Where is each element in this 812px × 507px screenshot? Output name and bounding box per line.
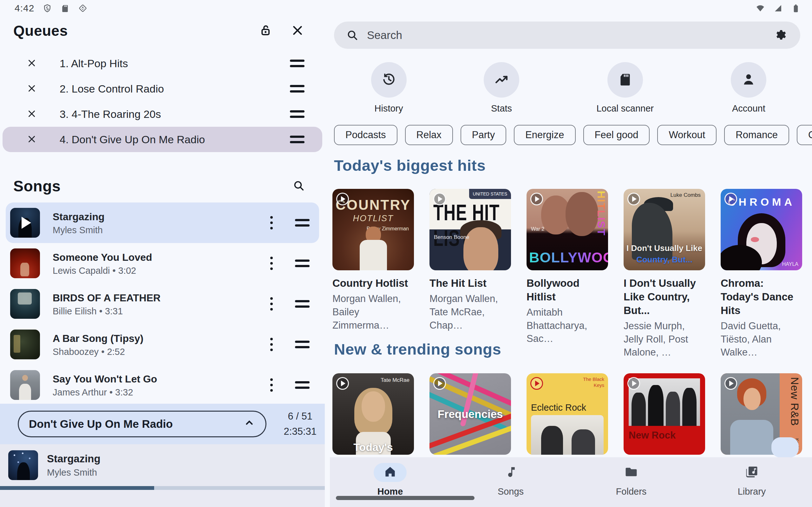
chip-workout[interactable]: Workout <box>657 125 716 145</box>
remove-queue-icon[interactable] <box>26 133 38 146</box>
settings-button[interactable] <box>773 27 788 43</box>
play-badge-icon <box>336 193 349 205</box>
playlist-card-i-dont-usually-like-country[interactable]: Luke Combs I Don't Usually Like Country,… <box>623 189 705 359</box>
bottom-navigation: Home Songs Folders Library <box>330 457 812 507</box>
queue-label: 3. 4-The Roaring 20s <box>60 108 290 120</box>
search-songs-button[interactable] <box>292 179 306 193</box>
nav-item-library[interactable]: Library <box>692 457 812 497</box>
nav-item-folders[interactable]: Folders <box>571 457 692 497</box>
drag-handle-icon[interactable] <box>290 85 305 93</box>
playlist-card-frequencies[interactable]: Frequencies <box>429 373 511 455</box>
mini-player[interactable]: Stargazing Myles Smith <box>0 444 325 486</box>
drag-handle-icon[interactable] <box>290 135 305 143</box>
drag-handle-icon[interactable] <box>295 300 310 308</box>
drag-handle-icon[interactable] <box>295 341 310 348</box>
chip-relax[interactable]: Relax <box>405 125 453 145</box>
playlist-card-country-hotlist[interactable]: COUNTRY HOTLIST Bailey Zimmerman Country… <box>333 189 414 359</box>
drag-handle-icon[interactable] <box>290 60 305 67</box>
chip-party[interactable]: Party <box>461 125 506 145</box>
nav-item-home[interactable]: Home <box>330 457 450 497</box>
drag-handle-icon[interactable] <box>295 381 310 389</box>
playlist-cover: Tate McRae Today's <box>333 373 414 455</box>
playlist-card-chroma-dance-hits[interactable]: CHROMA HAYLA Chroma: Today's Dance Hits … <box>721 189 802 359</box>
section-title-trending: New & trending songs <box>334 340 501 358</box>
drag-handle-icon[interactable] <box>290 110 305 118</box>
queue-label: 2. Lose Control Radio <box>60 83 290 95</box>
playback-progress-bar[interactable] <box>0 486 325 490</box>
card-artists: Morgan Wallen, Bailey Zimmerma… <box>333 292 414 332</box>
playlist-card-the-hit-list[interactable]: THE HIT LIST UNITED STATES Benson Boone … <box>429 189 511 359</box>
playlist-card-bollywood-hitlist[interactable]: War 2 BOLLYWOOD HITLIST Bollywood Hitlis… <box>526 189 608 359</box>
card-artists: David Guetta, Tiësto, Alan Walke… <box>721 320 802 359</box>
now-playing-title: Stargazing <box>47 453 251 465</box>
queue-row[interactable]: 3. 4-The Roaring 20s <box>3 101 322 127</box>
close-queues-button[interactable] <box>291 24 305 38</box>
song-row[interactable]: Someone You Loved Lewis Capaldi • 3:02 <box>6 243 319 284</box>
remove-queue-icon[interactable] <box>26 57 38 70</box>
album-art <box>10 330 40 359</box>
play-badge-icon <box>433 193 446 205</box>
song-menu-icon[interactable] <box>264 294 278 314</box>
chip-romance[interactable]: Romance <box>724 125 789 145</box>
shortcut-history[interactable]: History <box>371 62 407 114</box>
cover-tag: War 2 <box>531 226 544 232</box>
song-row[interactable]: Say You Won't Let Go James Arthur • 3:32 <box>6 365 319 405</box>
skip-next-button[interactable] <box>294 454 316 476</box>
shortcut-account[interactable]: Account <box>731 62 766 114</box>
song-row[interactable]: BIRDS OF A FEATHER Billie Eilish • 3:31 <box>6 284 319 324</box>
song-row-playing[interactable]: Stargazing Myles Smith <box>6 203 319 243</box>
card-artists: Amitabh Bhattacharya, Sac… <box>526 306 608 346</box>
nav-item-songs[interactable]: Songs <box>450 457 571 497</box>
queue-row[interactable]: 1. Alt-Pop Hits <box>3 51 322 76</box>
mood-chip-row: Podcasts Relax Party Energize Feel good … <box>334 125 812 145</box>
cover-text: Frequencies <box>429 408 511 420</box>
lock-queue-button[interactable] <box>259 24 273 38</box>
search-placeholder: Search <box>367 29 773 42</box>
cover-text: HOTLIST <box>333 214 414 223</box>
play-badge-icon <box>433 377 446 390</box>
song-row[interactable]: A Bar Song (Tipsy) Shaboozey • 2:52 <box>6 324 319 365</box>
card-artists: Morgan Wallen, Tate McRae, Chap… <box>429 292 511 332</box>
nav-label: Home <box>377 487 403 497</box>
cover-credit: The Black Keys <box>579 377 604 389</box>
queue-row[interactable]: 2. Lose Control Radio <box>3 76 322 101</box>
drag-handle-icon[interactable] <box>295 219 310 227</box>
shortcut-stats[interactable]: Stats <box>484 62 519 114</box>
song-menu-icon[interactable] <box>264 254 278 273</box>
song-menu-icon[interactable] <box>264 335 278 354</box>
lock-open-icon <box>259 24 272 38</box>
remove-queue-icon[interactable] <box>26 82 38 95</box>
song-subtitle: Lewis Capaldi • 3:02 <box>53 266 264 276</box>
scroll-fab-peek[interactable] <box>771 437 799 458</box>
drag-handle-icon[interactable] <box>295 260 310 267</box>
home-icon <box>383 465 397 480</box>
search-icon <box>346 29 359 42</box>
queue-selector-button[interactable]: Don't Give Up On Me Radio <box>18 411 266 437</box>
gesture-bar[interactable] <box>336 496 474 500</box>
playlist-cover: THE HIT LIST UNITED STATES Benson Boone <box>429 189 511 270</box>
queue-row-selected[interactable]: 4. Don't Give Up On Me Radio <box>3 127 322 152</box>
chip-feel-good[interactable]: Feel good <box>583 125 650 145</box>
current-queue-name: Don't Give Up On Me Radio <box>29 418 173 430</box>
playlist-card-todays-tate-mcrae[interactable]: Tate McRae Today's <box>333 373 414 455</box>
shortcut-local-scanner[interactable]: Local scanner <box>596 62 654 114</box>
album-art <box>10 208 40 238</box>
playlist-card-eclectic-rock[interactable]: The Black Keys Eclectic Rock <box>526 373 608 455</box>
chip-energize[interactable]: Energize <box>514 125 575 145</box>
nav-label: Library <box>738 487 766 497</box>
remove-queue-icon[interactable] <box>26 108 38 120</box>
sd-card-icon <box>617 71 633 89</box>
play-pause-button[interactable] <box>251 454 273 476</box>
queue-total-duration: 2:35:31 <box>284 424 316 439</box>
album-art <box>10 248 40 278</box>
playlist-card-new-rock[interactable]: New Rock <box>623 373 705 455</box>
song-menu-icon[interactable] <box>264 213 278 232</box>
song-list: Stargazing Myles Smith Someone You Loved… <box>0 203 325 405</box>
chip-podcasts[interactable]: Podcasts <box>334 125 397 145</box>
search-bar[interactable]: Search <box>334 21 800 49</box>
cover-side-text: HITLIST <box>595 191 607 236</box>
nav-label: Songs <box>498 487 524 497</box>
privacy-shield-icon <box>43 3 52 13</box>
song-menu-icon[interactable] <box>264 376 278 395</box>
chip-commute[interactable]: Commute <box>797 125 812 145</box>
